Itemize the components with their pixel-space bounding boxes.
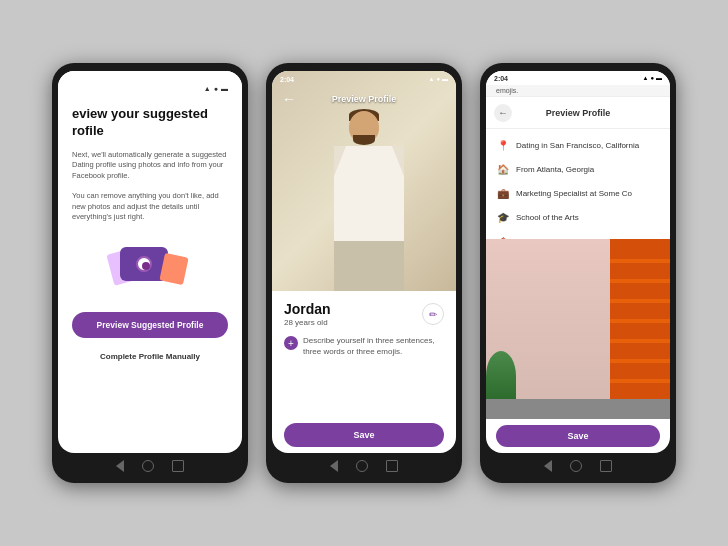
recents-nav-button[interactable] <box>386 460 398 472</box>
building-bg <box>486 239 670 419</box>
home-nav-button[interactable] <box>570 460 582 472</box>
camera-lens <box>136 256 152 272</box>
list-item: 📍 Dating in San Francisco, California <box>486 133 670 157</box>
phone-2: 2:04 ▲ ● ▬ ← Preview Profile <box>266 63 462 483</box>
man-pants <box>334 241 404 291</box>
signal-icons: ▲ ● ▬ <box>428 76 448 82</box>
back-nav-button[interactable] <box>116 460 124 472</box>
phone3-nav-bar <box>486 453 670 475</box>
save-row-phone3: Save <box>486 419 670 453</box>
status-bar-phone2: 2:04 ▲ ● ▬ <box>272 71 456 87</box>
profile-photo-2-phone3 <box>486 239 670 419</box>
camera-illustration <box>110 237 190 292</box>
phone1-nav-bar <box>58 453 242 475</box>
describe-row[interactable]: + Describe yourself in three sentences, … <box>284 335 444 415</box>
time-display: 2:04 <box>280 76 294 83</box>
profile-name: Jordan <box>284 301 331 317</box>
phone-1: ▲ ● ▬ eview your suggested rofile Next, … <box>52 63 248 483</box>
man-beard <box>353 135 375 145</box>
profile-details-list: 📍 Dating in San Francisco, California 🏠 … <box>486 129 670 239</box>
back-nav-button[interactable] <box>330 460 338 472</box>
school-arts: School of the Arts <box>516 213 579 222</box>
profile-name-row: Jordan 28 years old ✏ <box>284 301 444 327</box>
signal-icon: ▲ <box>204 85 211 92</box>
staircase-bg <box>610 239 670 419</box>
describe-placeholder-text: Describe yourself in three sentences, th… <box>303 335 444 357</box>
list-item: 🎓 School of the Arts <box>486 205 670 229</box>
profile-age: 28 years old <box>284 318 331 327</box>
stair-1 <box>610 259 670 263</box>
plant <box>486 351 516 401</box>
ground <box>486 399 670 419</box>
screen1-body1: Next, we'll automatically generate a sug… <box>72 150 228 182</box>
person-illustration <box>309 91 419 291</box>
screen1-title: eview your suggested rofile <box>72 106 228 140</box>
recents-nav-button[interactable] <box>172 460 184 472</box>
home-icon: 🏠 <box>496 162 510 176</box>
screen1-body2: You can remove anything you don't like, … <box>72 191 228 223</box>
wifi-icon-p3: ● <box>650 75 654 81</box>
hometown: From Atlanta, Georgia <box>516 165 594 174</box>
home-nav-button[interactable] <box>356 460 368 472</box>
time-display-phone3: 2:04 <box>494 75 508 82</box>
camera-lens-inner <box>142 262 150 270</box>
profile-name-age-block: Jordan 28 years old <box>284 301 331 327</box>
battery-icon-p3: ▬ <box>656 75 662 81</box>
add-description-icon[interactable]: + <box>284 336 298 350</box>
stair-2 <box>610 279 670 283</box>
stair-6 <box>610 359 670 363</box>
profile-info-card: Jordan 28 years old ✏ + Describe yoursel… <box>272 291 456 453</box>
emojis-tag: emojis. <box>486 85 670 97</box>
wifi-icon: ● <box>214 85 218 92</box>
home-nav-button[interactable] <box>142 460 154 472</box>
stair-5 <box>610 339 670 343</box>
header-title-phone3: Preview Profile <box>512 108 644 118</box>
signal-icon: ▲ <box>428 76 434 82</box>
list-item: 💼 Marketing Specialist at Some Co <box>486 181 670 205</box>
back-button-phone3[interactable]: ← <box>494 104 512 122</box>
recents-nav-button[interactable] <box>600 460 612 472</box>
battery-icon: ▬ <box>221 85 228 92</box>
back-nav-button[interactable] <box>544 460 552 472</box>
profile-preview-header-phone2: ← Preview Profile <box>272 85 456 113</box>
wifi-icon: ● <box>436 76 440 82</box>
job-title: Marketing Specialist at Some Co <box>516 189 632 198</box>
back-arrow-icon[interactable]: ← <box>282 91 298 107</box>
list-item: 🏠 From Atlanta, Georgia <box>486 157 670 181</box>
man-lapel-left <box>334 146 356 176</box>
status-bar-phone3: 2:04 ▲ ● ▬ <box>486 71 670 85</box>
phone2-nav-bar <box>272 453 456 475</box>
job-icon: 💼 <box>496 186 510 200</box>
signal-icon-p3: ▲ <box>642 75 648 81</box>
photo-card-right <box>159 253 188 285</box>
stair-4 <box>610 319 670 323</box>
list-item: 🏫 Lincoln High School <box>486 229 670 239</box>
school-icon: 🎓 <box>496 210 510 224</box>
profile-photo-2: 2:04 ▲ ● ▬ ← Preview Profile <box>272 71 456 291</box>
dating-location: Dating in San Francisco, California <box>516 141 639 150</box>
location-icon: 📍 <box>496 138 510 152</box>
stair-7 <box>610 379 670 383</box>
preview-suggested-profile-button[interactable]: Preview Suggested Profile <box>72 312 228 338</box>
signal-icons-phone3: ▲ ● ▬ <box>642 75 662 81</box>
profile-preview-header-phone3: ← Preview Profile <box>486 97 670 129</box>
save-button-phone2[interactable]: Save <box>284 423 444 447</box>
stair-3 <box>610 299 670 303</box>
save-button-phone3[interactable]: Save <box>496 425 660 447</box>
status-bar-phone1: ▲ ● ▬ <box>72 85 228 92</box>
battery-icon: ▬ <box>442 76 448 82</box>
edit-profile-button[interactable]: ✏ <box>422 303 444 325</box>
man-lapel-right <box>382 146 404 176</box>
complete-profile-manually-button[interactable]: Complete Profile Manually <box>72 352 228 361</box>
phone-3: 2:04 ▲ ● ▬ emojis. ← Preview Profile 📍 D… <box>480 63 676 483</box>
header-title-phone2: Preview Profile <box>298 94 430 104</box>
